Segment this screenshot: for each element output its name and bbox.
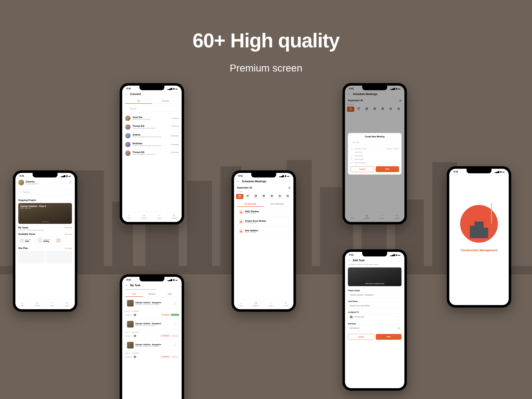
task-card[interactable]: Olympic stadium - BangaloreTask Name | F… (125, 319, 179, 329)
carousel-dots[interactable] (42, 221, 48, 222)
nav-connect[interactable]: ⚇Connect (171, 214, 177, 219)
resolved-badge: Resolved (171, 355, 179, 358)
edit-icon[interactable]: ✎ (173, 302, 177, 305)
desc-input[interactable]: Add description (355, 162, 366, 164)
title-input[interactable]: Add title (350, 139, 399, 145)
date-cell[interactable]: 28WED (252, 194, 259, 199)
field-label: Assigned To (345, 310, 404, 314)
calendar-icon[interactable]: ▦ (398, 327, 400, 329)
project-date: Ends - Aug 10th (20, 207, 70, 209)
sent-check-icon: ✓ (171, 153, 179, 155)
upload-photo-box[interactable]: Click here to upload photo (348, 267, 401, 286)
tz-label[interactable]: Time Zone (355, 151, 362, 153)
contact-row[interactable]: AnderiaNeed to change the side of the wi… (122, 131, 182, 140)
back-arrow-icon[interactable]: ← (237, 180, 240, 183)
search-input[interactable]: ⌕ Search (18, 189, 72, 195)
assigned-to-input[interactable]: Thomas Edi ⌕ (348, 314, 401, 320)
siteplan-more-link[interactable]: See More (65, 247, 72, 249)
contact-row[interactable]: Thomas EdiHave you applied extra cemen..… (122, 149, 182, 158)
crane-icon (487, 203, 496, 224)
nav-home[interactable]: ⌂Home (127, 214, 131, 219)
modal-overlay[interactable]: Create New Meeting Add title ◷ Tuesday, … (345, 86, 404, 222)
end-date-input[interactable]: 25/10/2024 ▦ (348, 325, 401, 331)
date-cell[interactable]: 31SAT (276, 194, 284, 199)
phone-connect: 9:41 ▂▄▆◉▬ ← Connect All Groups ⌕ Search… (120, 83, 184, 224)
filter-low[interactable]: Low (125, 291, 143, 297)
contact-row[interactable]: NickholasNeed to change the side of the … (122, 140, 182, 149)
nav-schedule[interactable]: ◷Schedule (34, 301, 40, 306)
nav-home[interactable]: ⌂Home (239, 301, 243, 306)
status-icons: ▂▄▆◉▬ (279, 175, 289, 177)
meeting-row[interactable]: ▣ Daily Standup10:30 - 10:46 AM (237, 208, 291, 216)
project-card[interactable]: Olympic Stadium - Floor 6 Ends - Aug 10t… (18, 203, 72, 224)
contact-row[interactable]: Thomas EdiHave you applied extra cemen..… (122, 123, 182, 131)
time-label[interactable]: 12:30pm - 1:30pm (386, 148, 399, 150)
ongoing-title: Ongoing Project (15, 197, 75, 202)
stock-more-link[interactable]: See More (65, 233, 72, 235)
calendar-icon[interactable]: ▦ (288, 186, 291, 189)
task-count: 6 Tasks (234, 191, 293, 193)
date-cell[interactable]: 29THU (260, 194, 267, 199)
nav-schedule[interactable]: ◷Schedule (141, 214, 147, 219)
date-strip[interactable]: 26MON 27TUE 28WED 29THU 30FRI 31SAT 01SU… (234, 193, 293, 200)
task-card[interactable]: Olympic stadium - BangaloreTask Name | R… (125, 298, 179, 308)
home-icon: ⌂ (21, 301, 23, 304)
back-arrow-icon[interactable]: ← (125, 92, 128, 95)
nav-home[interactable]: ⌂Home (20, 301, 24, 306)
date-cell[interactable]: 30FRI (268, 194, 275, 199)
cancel-button[interactable]: Cancel (348, 334, 374, 340)
guests-input[interactable]: Add guests (355, 155, 363, 157)
date-label[interactable]: Tuesday, 18 Jun (355, 148, 384, 150)
date-cell[interactable]: 26MON (236, 194, 243, 199)
chart-icon: 〰 (270, 301, 272, 304)
tab-all[interactable]: All (125, 99, 152, 104)
assignee-avatar (350, 316, 353, 318)
nav-budget[interactable]: 〰Budget (50, 301, 55, 306)
back-arrow-icon[interactable]: ← (348, 259, 351, 262)
project-name-input[interactable]: Olympic stadium - Bangalore (348, 292, 401, 298)
nav-budget[interactable]: 〰Budget (157, 214, 161, 219)
cancel-button[interactable]: Cancel (350, 166, 374, 172)
edit-icon[interactable]: ✎ (173, 323, 177, 326)
bell-icon[interactable]: ♡ (69, 181, 72, 184)
clock-icon: ◷ (36, 301, 38, 304)
meeting-row[interactable]: ▣ Project Acme Weekly10:30 - 10:46 AM (237, 218, 291, 226)
nav-schedule[interactable]: ◷Schedule (253, 301, 259, 306)
save-button[interactable]: Save (376, 334, 401, 340)
contact-row[interactable]: Suzie DoeRemove the extra pillars 11:30 … (122, 114, 182, 123)
siteplan-thumb[interactable] (18, 251, 44, 264)
modal-title: Create New Meeting (350, 135, 399, 138)
status-time: 9:41 (349, 253, 354, 256)
stock-card[interactable] (55, 237, 72, 244)
filter-medium[interactable]: Medium (143, 291, 161, 297)
assigned-label: Assigned to (125, 314, 133, 316)
save-button[interactable]: Save (376, 166, 399, 172)
stock-card[interactable]: Total Bag2600 (18, 237, 35, 244)
search-icon[interactable]: ⌕ (399, 316, 400, 318)
edit-icon[interactable]: ✎ (173, 343, 177, 347)
bag-icon (20, 238, 24, 242)
date-cell[interactable]: 01SUN (284, 194, 291, 199)
calendar-icon: ▣ (239, 219, 243, 224)
stock-card[interactable]: Total Steel260/kg (37, 237, 54, 244)
search-input[interactable]: ⌕ Search (125, 106, 179, 112)
task-name-input[interactable]: Remove the extra pillars (348, 303, 401, 309)
status-time: 9:41 (19, 175, 24, 177)
siteplan-thumb[interactable] (46, 251, 72, 264)
user-avatar[interactable] (18, 180, 24, 185)
meeting-row[interactable]: ▣ New Updates10:30 - 10:46 AM (237, 227, 291, 235)
filter-high[interactable]: High (161, 291, 179, 297)
date-cell[interactable]: 27TUE (244, 194, 252, 199)
nav-connect[interactable]: ⚇Connect (64, 301, 70, 306)
nav-budget[interactable]: 〰Budget (269, 301, 273, 306)
view-task-link[interactable]: View Task (64, 227, 72, 228)
nav-connect[interactable]: ⚇Connect (283, 301, 288, 306)
tab-my-meetings[interactable]: My Meetings (237, 202, 264, 207)
tab-groups[interactable]: Groups (152, 99, 179, 104)
assignee-avatar (134, 355, 136, 358)
tab-new-meetings[interactable]: New Meetings (264, 202, 291, 207)
back-arrow-icon[interactable]: ← (125, 284, 128, 287)
location-dropdown[interactable]: Olimpic stadium ▾ (26, 183, 39, 185)
task-card[interactable]: Olympic stadium - BangaloreTask Name | A… (125, 340, 179, 350)
location-input[interactable]: Add location (355, 158, 364, 160)
